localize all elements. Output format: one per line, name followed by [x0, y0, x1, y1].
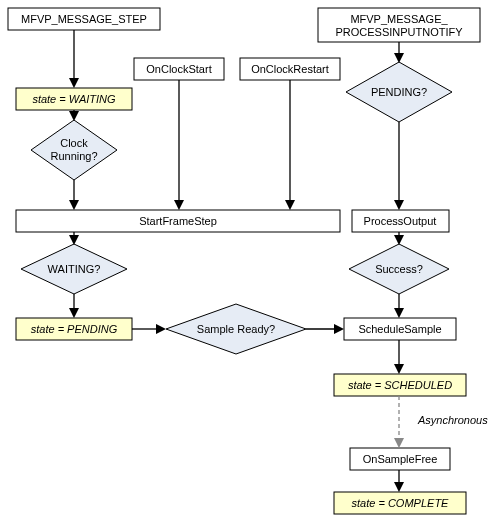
label-state-waiting: state = WAITING: [32, 93, 116, 105]
label-processoutput: ProcessOutput: [364, 215, 437, 227]
label-onclockrestart: OnClockRestart: [251, 63, 329, 75]
label-msg-step: MFVP_MESSAGE_STEP: [21, 13, 147, 25]
label-async: Asynchronous: [417, 414, 488, 426]
label-pendingq: PENDING?: [371, 86, 427, 98]
label-msg-process-line2: PROCESSINPUTNOTIFY: [335, 26, 463, 38]
flowchart-canvas: MFVP_MESSAGE_STEP MFVP_MESSAGE_ PROCESSI…: [0, 0, 500, 521]
label-sampleready: Sample Ready?: [197, 323, 275, 335]
label-clockrunning-line1: Clock: [60, 137, 88, 149]
label-onclockstart: OnClockStart: [146, 63, 211, 75]
label-state-scheduled: state = SCHEDULED: [348, 379, 452, 391]
label-state-complete: state = COMPLETE: [352, 497, 450, 509]
label-startframestep: StartFrameStep: [139, 215, 217, 227]
label-clockrunning-line2: Running?: [50, 150, 97, 162]
label-msg-process-line1: MFVP_MESSAGE_: [350, 13, 448, 25]
label-waitingq: WAITING?: [48, 263, 101, 275]
label-onsamplefree: OnSampleFree: [363, 453, 438, 465]
label-state-pending: state = PENDING: [31, 323, 118, 335]
label-successq: Success?: [375, 263, 423, 275]
label-schedulesample: ScheduleSample: [358, 323, 441, 335]
